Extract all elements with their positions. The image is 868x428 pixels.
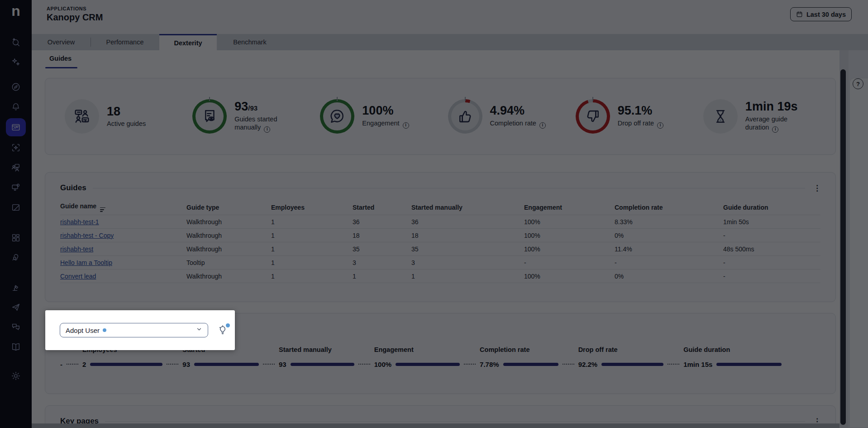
notification-dot — [226, 323, 230, 327]
status-dot — [103, 328, 106, 332]
spotlight-highlight: Adopt User — [45, 310, 235, 350]
chevron-down-icon — [196, 326, 202, 334]
dim-overlay — [0, 0, 868, 428]
lightbulb-icon[interactable] — [218, 324, 229, 336]
dropdown-value: Adopt User — [66, 327, 100, 334]
guide-selector-dropdown[interactable]: Adopt User — [60, 323, 208, 337]
